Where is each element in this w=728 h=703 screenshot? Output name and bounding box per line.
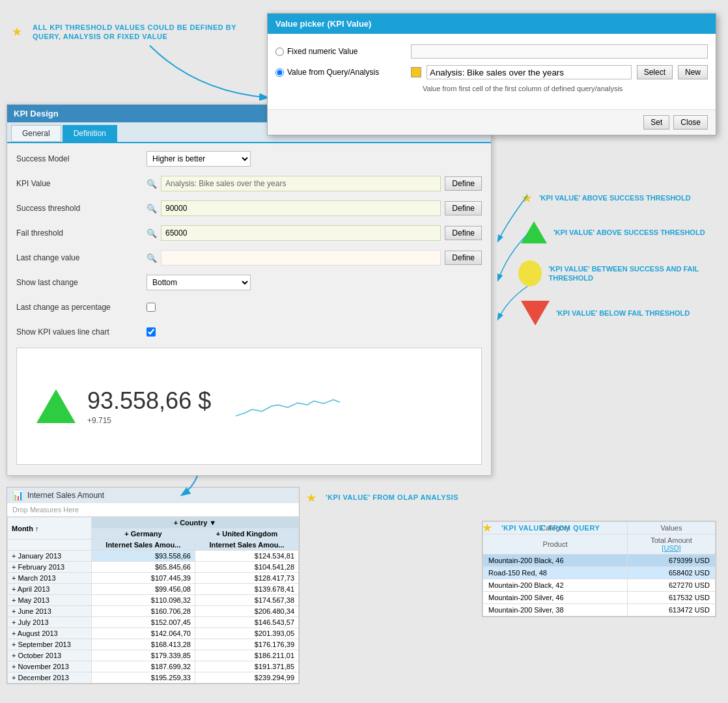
indicator-2-text: 'KPI VALUE' ABOVE SUCCESS THRESHOLD bbox=[553, 228, 705, 237]
success-threshold-input[interactable] bbox=[161, 200, 441, 216]
star-icon-olap: ★ bbox=[306, 491, 316, 505]
kpi-preview-value: 93.558,66 $ bbox=[87, 387, 211, 415]
olap-row-de: $142.064,70 bbox=[91, 628, 195, 639]
indicator-1-text: 'KPI VALUE' ABOVE SUCCESS THRESHOLD bbox=[539, 193, 691, 202]
tab-general[interactable]: General bbox=[11, 125, 61, 142]
olap-row-month: + January 2013 bbox=[8, 551, 92, 562]
success-threshold-label: Success threshold bbox=[16, 204, 147, 213]
show-kpi-line-chart-checkbox[interactable] bbox=[147, 327, 156, 337]
kpi-triangle-up-indicator bbox=[36, 389, 76, 423]
olap-drop-area: Drop Measures Here bbox=[7, 503, 299, 517]
olap-row-uk: $191.371,85 bbox=[195, 661, 298, 672]
query-row-amount: 613472 USD bbox=[628, 604, 716, 616]
fail-threshold-search-icon: 🔍 bbox=[147, 228, 157, 238]
fixed-numeric-input[interactable] bbox=[411, 44, 708, 59]
show-kpi-line-chart-row: Show KPI values line chart bbox=[16, 323, 482, 341]
query-row-amount: 627270 USD bbox=[628, 579, 716, 592]
fail-threshold-define-button[interactable]: Define bbox=[445, 226, 482, 240]
last-change-percentage-row: Last change as percentage bbox=[16, 298, 482, 316]
olap-row-uk: $201.393,05 bbox=[195, 628, 298, 639]
olap-title-bar: 📊 Internet Sales Amount bbox=[7, 488, 299, 503]
close-button[interactable]: Close bbox=[673, 115, 708, 130]
fail-threshold-input[interactable] bbox=[161, 225, 441, 241]
olap-row-month: + March 2013 bbox=[8, 573, 92, 584]
success-model-select[interactable]: Higher is better bbox=[147, 151, 251, 167]
olap-annotation: 'KPI VALUE' FROM OLAP ANALYSIS bbox=[326, 493, 508, 502]
last-change-value-input[interactable] bbox=[161, 250, 441, 266]
olap-row-uk: $146.543,57 bbox=[195, 617, 298, 628]
fixed-numeric-radio[interactable] bbox=[275, 48, 284, 56]
olap-row-de: $110.098,32 bbox=[91, 595, 195, 606]
query-analysis-label: Value from Query/Analysis bbox=[287, 68, 379, 77]
olap-row-month: + August 2013 bbox=[8, 628, 92, 639]
query-row-product: Road-150 Red, 48 bbox=[483, 567, 628, 579]
olap-row-month: + February 2013 bbox=[8, 562, 92, 573]
de-sub-header: Internet Sales Amou... bbox=[91, 540, 195, 551]
value-picker-header: Value picker (KPI Value) bbox=[268, 14, 716, 34]
query-row-product: Mountain-200 Silver, 46 bbox=[483, 592, 628, 604]
success-model-label: Success Model bbox=[16, 154, 147, 163]
uk-sub-header: Internet Sales Amou... bbox=[195, 540, 298, 551]
olap-row-month: + September 2013 bbox=[8, 639, 92, 650]
olap-table: Month ↑ + Country ▼ + Germany + United K… bbox=[7, 517, 299, 683]
usd-link[interactable]: [USD] bbox=[662, 544, 680, 552]
star-icon-1: ★ bbox=[521, 190, 533, 206]
value-picker-dialog: Value picker (KPI Value) Fixed numeric V… bbox=[267, 13, 716, 135]
success-threshold-row: Success threshold 🔍 Define bbox=[16, 199, 482, 217]
value-picker-hint: Value from first cell of the first colum… bbox=[423, 85, 708, 92]
indicator-4-text: 'KPI VALUE' BELOW FAIL THRESHOLD bbox=[556, 309, 690, 318]
top-annotation: ALL KPI THRESHOLD VALUES COULD BE DEFINE… bbox=[33, 23, 254, 42]
set-button[interactable]: Set bbox=[643, 115, 669, 130]
triangle-down-red-icon bbox=[521, 301, 550, 325]
olap-row-uk: $176.176,39 bbox=[195, 639, 298, 650]
show-last-change-select[interactable]: Bottom bbox=[147, 275, 251, 290]
olap-row-month: + July 2013 bbox=[8, 617, 92, 628]
kpi-preview-change: +9.715 bbox=[87, 416, 211, 425]
indicator-triangle-up: 'KPI VALUE' ABOVE SUCCESS THRESHOLD bbox=[521, 221, 705, 243]
color-swatch bbox=[411, 67, 421, 77]
star-icon-query: ★ bbox=[482, 521, 492, 535]
query-row-amount: 679399 USD bbox=[628, 555, 716, 567]
select-button[interactable]: Select bbox=[637, 65, 673, 79]
success-threshold-define-button[interactable]: Define bbox=[445, 201, 482, 215]
indicator-triangle-down: 'KPI VALUE' BELOW FAIL THRESHOLD bbox=[521, 301, 690, 325]
last-change-percentage-checkbox[interactable] bbox=[147, 303, 156, 312]
country-header: + Country ▼ bbox=[91, 517, 298, 529]
kpi-value-row: KPI Value 🔍 Define bbox=[16, 174, 482, 193]
query-annotation: 'KPI VALUE' FROM QUERY bbox=[501, 523, 684, 532]
olap-row-uk: $128.417,73 bbox=[195, 573, 298, 584]
olap-row-uk: $206.480,34 bbox=[195, 606, 298, 617]
fail-threshold-label: Fail threshold bbox=[16, 228, 147, 238]
last-change-define-button[interactable]: Define bbox=[445, 251, 482, 265]
olap-row-de: $160.706,28 bbox=[91, 606, 195, 617]
olap-row-de: $187.699,32 bbox=[91, 661, 195, 672]
query-analysis-option[interactable]: Value from Query/Analysis bbox=[275, 68, 406, 77]
query-row-amount: 658402 USD bbox=[628, 567, 716, 579]
kpi-value-define-button[interactable]: Define bbox=[445, 176, 482, 191]
olap-row-de: $195.259,33 bbox=[91, 672, 195, 683]
indicator-above-success: ★ 'KPI VALUE' ABOVE SUCCESS THRESHOLD bbox=[521, 190, 691, 206]
olap-title: Internet Sales Amount bbox=[27, 491, 104, 500]
olap-row-de: $152.007,45 bbox=[91, 617, 195, 628]
indicator-3-text: 'KPI VALUE' BETWEEN SUCCESS AND FAIL THR… bbox=[548, 264, 728, 283]
olap-chart-icon: 📊 bbox=[12, 490, 23, 501]
query-table-section: Category Values Product Total Amount [US… bbox=[482, 521, 716, 617]
tab-definition[interactable]: Definition bbox=[63, 125, 117, 142]
olap-row-uk: $104.541,28 bbox=[195, 562, 298, 573]
olap-row-uk: $174.567,38 bbox=[195, 595, 298, 606]
olap-row-uk: $186.211,01 bbox=[195, 650, 298, 661]
germany-header: + Germany bbox=[91, 529, 195, 540]
kpi-value-input[interactable] bbox=[161, 176, 441, 191]
new-button[interactable]: New bbox=[678, 65, 708, 79]
show-kpi-line-chart-label: Show KPI values line chart bbox=[16, 327, 147, 337]
month-col-header: Month ↑ bbox=[8, 517, 92, 540]
show-last-change-row: Show last change Bottom bbox=[16, 273, 482, 292]
olap-table-section: 📊 Internet Sales Amount Drop Measures He… bbox=[7, 487, 300, 684]
uk-header: + United Kingdom bbox=[195, 529, 298, 540]
olap-row-de: $65.845,66 bbox=[91, 562, 195, 573]
query-analysis-radio[interactable] bbox=[275, 68, 284, 77]
fixed-numeric-option[interactable]: Fixed numeric Value bbox=[275, 47, 406, 56]
kpi-sparkline bbox=[236, 387, 340, 426]
analysis-input[interactable] bbox=[427, 65, 632, 79]
value-picker-title: Value picker (KPI Value) bbox=[275, 19, 371, 29]
